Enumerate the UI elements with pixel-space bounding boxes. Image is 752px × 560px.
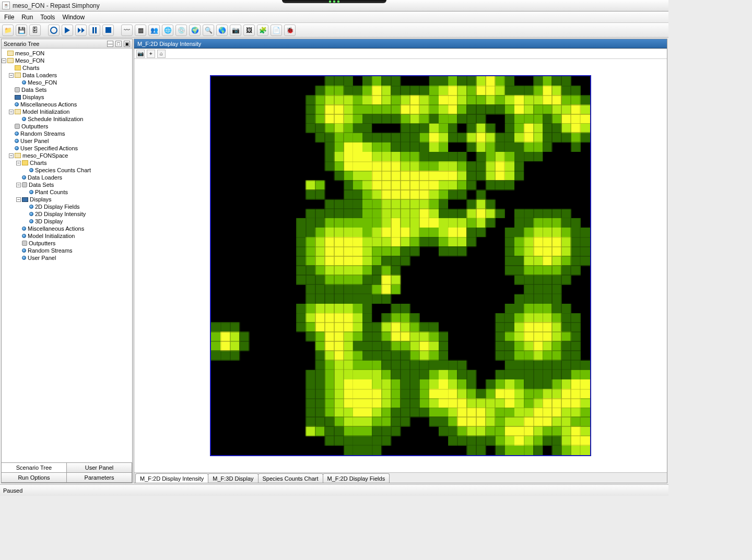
bullet-icon bbox=[29, 190, 33, 194]
display-tab-2[interactable]: Species Counts Chart bbox=[258, 473, 323, 483]
display-frame-title[interactable]: M_F:2D Display Intensity bbox=[134, 39, 667, 49]
tree-node[interactable]: −Meso_FON bbox=[2, 57, 132, 64]
tree-node[interactable]: −Data Loaders bbox=[2, 72, 132, 79]
pause-icon[interactable] bbox=[89, 25, 100, 36]
tree-node[interactable]: User Specified Actions bbox=[2, 145, 132, 152]
tree-node[interactable]: −meso_FONSpace bbox=[2, 152, 132, 159]
expander-icon[interactable]: − bbox=[16, 197, 21, 202]
sheet-icon[interactable]: 📄 bbox=[271, 25, 282, 36]
display-tab-3[interactable]: M_F:2D Display Fields bbox=[323, 473, 390, 483]
wave-icon[interactable]: 〰 bbox=[121, 25, 133, 36]
menu-file[interactable]: File bbox=[1, 13, 17, 22]
zoom-icon[interactable]: 🔍 bbox=[203, 25, 214, 36]
bullet-icon bbox=[22, 175, 26, 180]
tree-node-label: 3D Display bbox=[35, 218, 63, 224]
stop-icon[interactable] bbox=[102, 25, 114, 36]
tree-node[interactable]: Data Sets bbox=[2, 86, 132, 93]
folder-icon bbox=[15, 153, 21, 158]
tree-node[interactable]: meso_FON bbox=[2, 50, 132, 57]
tree-node-label: Data Sets bbox=[21, 87, 46, 93]
tree-node-label: 2D Display Intensity bbox=[35, 211, 86, 217]
camera-icon[interactable]: 📷 bbox=[230, 25, 241, 36]
tree-node[interactable]: −Model Initialization bbox=[2, 108, 132, 115]
display-content[interactable] bbox=[134, 59, 667, 472]
grid-icon[interactable]: ▦ bbox=[135, 25, 146, 36]
panel-header: Scenario Tree — □ ▣ bbox=[2, 39, 132, 49]
tree-node[interactable]: User Panel bbox=[2, 254, 132, 261]
main-area: Scenario Tree — □ ▣ meso_FON−Meso_FONCha… bbox=[0, 38, 668, 484]
tree-node[interactable]: Miscellaneous Actions bbox=[2, 101, 132, 108]
sidebar-tab-scenario-tree[interactable]: Scenario Tree bbox=[1, 462, 67, 473]
home-icon[interactable]: ⌂ bbox=[157, 50, 166, 58]
pointer-icon[interactable]: ⌖ bbox=[147, 50, 155, 58]
sidebar-tab-parameters[interactable]: Parameters bbox=[66, 472, 132, 483]
tree-node-label: Charts bbox=[22, 65, 39, 71]
display-tab-0[interactable]: M_F:2D Display Intensity bbox=[135, 473, 208, 483]
display-tab-1[interactable]: M_F:3D Display bbox=[208, 473, 258, 483]
expander-icon[interactable]: − bbox=[9, 73, 14, 78]
expander-icon[interactable]: − bbox=[16, 161, 21, 165]
tree-node[interactable]: Model Initialization bbox=[2, 232, 132, 240]
tree-node[interactable]: User Panel bbox=[2, 137, 132, 145]
tree-node-label: Model Initialization bbox=[28, 233, 75, 239]
bullet-icon bbox=[15, 146, 19, 150]
minimize-icon[interactable]: — bbox=[107, 41, 113, 47]
tree-node[interactable]: Charts bbox=[2, 64, 132, 72]
tree-node[interactable]: 2D Display Fields bbox=[2, 203, 132, 210]
world-icon[interactable]: 🌎 bbox=[216, 25, 228, 36]
float-icon[interactable]: ▣ bbox=[124, 41, 130, 47]
expander-icon[interactable]: − bbox=[9, 110, 14, 114]
menu-run[interactable]: Run bbox=[18, 13, 36, 22]
step-icon[interactable] bbox=[75, 25, 87, 36]
tree-node[interactable]: −Displays bbox=[2, 196, 132, 203]
expander-icon[interactable]: − bbox=[16, 183, 21, 187]
maximize-icon[interactable]: □ bbox=[115, 41, 122, 47]
tree-node[interactable]: Outputters bbox=[2, 123, 132, 130]
disc-icon[interactable]: 💿 bbox=[175, 25, 187, 36]
save-icon[interactable]: 💾 bbox=[16, 25, 27, 36]
tree-node-label: Miscellaneous Actions bbox=[28, 225, 84, 232]
bullet-icon bbox=[22, 256, 26, 260]
expander-icon[interactable]: − bbox=[2, 58, 6, 63]
sidebar-tab-run-options[interactable]: Run Options bbox=[1, 472, 67, 483]
tree-node[interactable]: 2D Display Intensity bbox=[2, 210, 132, 218]
display-tabs: M_F:2D Display IntensityM_F:3D DisplaySp… bbox=[134, 472, 667, 483]
titlebar[interactable]: ☕ meso_FON - Repast Simphony bbox=[0, 0, 668, 11]
tree-body[interactable]: meso_FON−Meso_FONCharts−Data LoadersMeso… bbox=[2, 49, 132, 462]
bullet-icon bbox=[15, 139, 19, 143]
tree-node[interactable]: Miscellaneous Actions bbox=[2, 225, 132, 232]
tree-node[interactable]: 3D Display bbox=[2, 218, 132, 225]
tree-node[interactable]: Plant Counts bbox=[2, 188, 132, 196]
globe-blue-icon[interactable]: 🌐 bbox=[162, 25, 173, 36]
tree-node[interactable]: Random Streams bbox=[2, 247, 132, 254]
tree-node-label: meso_FONSpace bbox=[22, 152, 68, 159]
init-icon[interactable] bbox=[48, 25, 60, 36]
tree-node[interactable]: Data Loaders bbox=[2, 174, 132, 181]
tree-node[interactable]: Species Counts Chart bbox=[2, 166, 132, 174]
database-icon[interactable]: 🗄 bbox=[29, 25, 41, 36]
menu-tools[interactable]: Tools bbox=[37, 13, 58, 22]
open-icon[interactable]: 📁 bbox=[2, 25, 14, 36]
tree-node[interactable]: Schedule Initialization bbox=[2, 115, 132, 123]
agents-icon[interactable]: 👥 bbox=[148, 25, 160, 36]
bullet-icon bbox=[29, 205, 33, 209]
tree-node[interactable]: Displays bbox=[2, 93, 132, 101]
picture-icon[interactable]: 🖼 bbox=[243, 25, 255, 36]
globe-icon[interactable]: 🌍 bbox=[189, 25, 201, 36]
db-icon bbox=[22, 241, 27, 246]
bug-icon[interactable]: 🐞 bbox=[284, 25, 296, 36]
bullet-icon bbox=[15, 132, 19, 136]
chart-icon bbox=[22, 160, 28, 165]
tree-node[interactable]: Random Streams bbox=[2, 130, 132, 137]
play-icon[interactable] bbox=[62, 25, 73, 36]
sidebar-tab-user-panel[interactable]: User Panel bbox=[66, 462, 132, 473]
tree-node[interactable]: Meso_FON bbox=[2, 79, 132, 86]
tree-node[interactable]: −Charts bbox=[2, 159, 132, 166]
layout-icon[interactable]: 🧩 bbox=[257, 25, 268, 36]
snapshot-icon[interactable]: 📷 bbox=[136, 50, 145, 58]
tree-node[interactable]: −Data Sets bbox=[2, 181, 132, 188]
menu-window[interactable]: Window bbox=[59, 13, 88, 22]
expander-icon[interactable]: − bbox=[9, 153, 14, 158]
simulation-viewport[interactable] bbox=[210, 75, 591, 456]
tree-node[interactable]: Outputters bbox=[2, 240, 132, 247]
